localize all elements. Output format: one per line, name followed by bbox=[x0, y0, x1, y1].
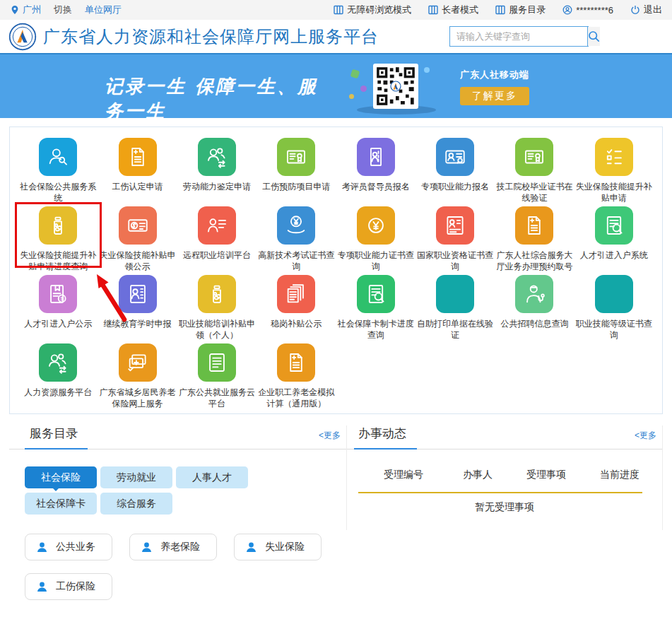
decor-shape bbox=[350, 69, 360, 79]
unit-portal-link[interactable]: 单位网厅 bbox=[85, 4, 122, 16]
bottle-icon[interactable] bbox=[198, 275, 236, 313]
doc-dollar-icon[interactable] bbox=[39, 275, 77, 313]
activity-more-link[interactable]: <更多 bbox=[635, 430, 656, 442]
user-account[interactable]: *********6 bbox=[562, 5, 613, 16]
col-applicant: 办事人 bbox=[463, 469, 493, 481]
grid-item-hightech-exam-certificate-query[interactable]: 高新技术考试证书查询 bbox=[257, 206, 336, 275]
grid-item-continuing-education-hours[interactable]: 继续教育学时申报 bbox=[98, 275, 177, 343]
unemployment-insurance-button[interactable]: 失业保险 bbox=[234, 534, 322, 560]
yen-circle-icon[interactable] bbox=[357, 206, 395, 245]
grid-item-public-recruitment-query[interactable]: 公共招聘信息查询 bbox=[495, 275, 574, 343]
certificate-badge-icon[interactable] bbox=[515, 138, 553, 176]
grid-item-remote-training-platform[interactable]: 远程职业培训平台 bbox=[177, 206, 257, 275]
person-icon bbox=[36, 541, 48, 553]
service-catalog-section: 服务目录 <更多 社会保险 劳动就业 人事人才 社会保障卡 综合服务 公共业务 … bbox=[9, 425, 346, 600]
grid-item-label: 广东省城乡居民养老保险网上服务 bbox=[98, 387, 177, 409]
elder-mode-link[interactable]: 长者模式 bbox=[428, 4, 478, 16]
tab-labor-employment[interactable]: 劳动就业 bbox=[100, 466, 172, 488]
doc-search-at-icon[interactable] bbox=[595, 275, 633, 313]
tab-personnel-talent[interactable]: 人事人才 bbox=[176, 466, 248, 488]
logout-button[interactable]: 退出 bbox=[630, 4, 662, 16]
doc-search-icon[interactable] bbox=[595, 206, 633, 245]
elder-mode-icon bbox=[428, 5, 438, 15]
grid-item-public-employment-cloud[interactable]: 广东公共就业服务云平台 bbox=[177, 343, 257, 412]
grid-item-talent-introduction-system[interactable]: 人才引进入户系统 bbox=[574, 206, 654, 275]
doc-plus-icon[interactable] bbox=[277, 343, 315, 382]
grid-item-technical-school-diploma-verification[interactable]: 技工院校毕业证书在线验证 bbox=[495, 138, 574, 206]
grid-item-label: 广东公共就业服务云平台 bbox=[177, 387, 257, 409]
doc-plus-icon[interactable] bbox=[515, 206, 553, 245]
grid-item-national-vocational-certificate-query[interactable]: 国家职业资格证书查询 bbox=[415, 206, 495, 275]
grid-item-label: 社会保险公共服务系统 bbox=[18, 181, 98, 204]
tab-social-insurance[interactable]: 社会保险 bbox=[25, 466, 97, 488]
certificate-list-icon[interactable] bbox=[436, 206, 474, 245]
docs-stack-icon[interactable] bbox=[277, 275, 315, 313]
grid-item-label: 失业保险技能提升补贴申请进度查询 bbox=[18, 249, 98, 272]
grid-item-label: 职业技能等级证书查询 bbox=[574, 318, 654, 341]
person-search-icon[interactable] bbox=[39, 138, 77, 176]
grid-item-label: 考评员督导员报名 bbox=[342, 181, 410, 192]
grid-item-pension-simulation-calculator[interactable]: 企业职工养老金模拟计算（通用版） bbox=[257, 343, 336, 412]
grid-item-self-print-verification[interactable]: 自助打印单据在线验证 bbox=[415, 275, 495, 343]
grid-item-social-card-progress-query[interactable]: 社会保障卡制卡进度查询 bbox=[336, 275, 415, 343]
decor-shape bbox=[424, 67, 430, 73]
grid-item-label: 继续教育学时申报 bbox=[104, 318, 172, 329]
switch-city-link[interactable]: 切换 bbox=[54, 4, 72, 16]
service-directory-link[interactable]: 服务目录 bbox=[495, 4, 546, 16]
people-arrows-icon[interactable] bbox=[198, 138, 236, 176]
grid-item-skill-level-certificate-query[interactable]: 职业技能等级证书查询 bbox=[574, 275, 654, 343]
grid-item-rural-pension-online-service[interactable]: 广东省城乡居民养老保险网上服务 bbox=[98, 343, 177, 412]
certificate-badge-icon[interactable] bbox=[277, 138, 315, 176]
tab-social-security-card[interactable]: 社会保障卡 bbox=[25, 493, 97, 515]
person-door-icon[interactable] bbox=[357, 138, 395, 176]
people-arrows-icon[interactable] bbox=[39, 343, 77, 382]
grid-item-social-insurance-public-service[interactable]: 社会保险公共服务系统 bbox=[18, 138, 98, 206]
col-matter: 受理事项 bbox=[526, 469, 566, 481]
grid-item-special-vocational-certificate-query[interactable]: 专项职业能力证书查询 bbox=[336, 206, 415, 275]
work-injury-insurance-button[interactable]: 工伤保险 bbox=[25, 573, 112, 600]
grid-item-job-stabilization-subsidy-publicity[interactable]: 稳岗补贴公示 bbox=[257, 275, 336, 343]
yen-hand-icon[interactable] bbox=[277, 206, 315, 245]
grid-item-unemployment-subsidy-publicity[interactable]: 失业保险技能补贴申领公示 bbox=[98, 206, 177, 275]
grid-item-service-hall-appointment[interactable]: 广东人社综合服务大厅业务办理预约取号 bbox=[495, 206, 574, 275]
site-header: 广东省人力资源和社会保障厅网上服务平台 bbox=[0, 20, 672, 53]
id-card-icon[interactable] bbox=[436, 138, 474, 176]
grid-item-labor-capacity-appraisal[interactable]: 劳动能力鉴定申请 bbox=[177, 138, 257, 206]
catalog-tabs: 社会保险 劳动就业 人事人才 社会保障卡 综合服务 bbox=[25, 466, 286, 515]
person-medic-icon[interactable] bbox=[515, 275, 553, 313]
doc-search-at-icon[interactable] bbox=[436, 275, 474, 313]
doc-person-icon[interactable] bbox=[119, 275, 157, 313]
card-check-icon[interactable] bbox=[119, 343, 157, 382]
grid-item-label: 专项职业能力报名 bbox=[421, 181, 489, 192]
grid-item-injury-prevention-project[interactable]: 工伤预防项目申请 bbox=[257, 138, 336, 206]
location-pin-icon bbox=[10, 5, 20, 15]
checklist-icon[interactable] bbox=[595, 138, 633, 176]
grid-item-hr-service-platform[interactable]: 人力资源服务平台 bbox=[18, 343, 98, 412]
service-catalog-more-link[interactable]: <更多 bbox=[319, 430, 341, 442]
grid-item-special-vocational-registration[interactable]: 专项职业能力报名 bbox=[415, 138, 495, 206]
accessibility-mode-link[interactable]: 无障碍浏览模式 bbox=[334, 4, 411, 16]
grid-item-examiner-registration[interactable]: 考评员督导员报名 bbox=[336, 138, 415, 206]
doc-plus-icon[interactable] bbox=[119, 138, 157, 176]
pension-insurance-button[interactable]: 养老保险 bbox=[129, 534, 217, 560]
bottle-icon[interactable] bbox=[39, 206, 77, 245]
social-card-icon[interactable] bbox=[119, 206, 157, 245]
learn-more-button[interactable]: 了解更多 bbox=[460, 87, 529, 105]
public-business-button[interactable]: 公共业务 bbox=[25, 534, 112, 560]
tab-comprehensive-service[interactable]: 综合服务 bbox=[100, 493, 172, 515]
person-icon bbox=[36, 581, 48, 593]
grid-item-unemployment-skill-subsidy-application[interactable]: 失业保险技能提升补贴申请 bbox=[574, 138, 654, 206]
grid-item-talent-introduction-publicity[interactable]: 人才引进入户公示 bbox=[18, 275, 98, 343]
person-list-icon[interactable] bbox=[198, 206, 236, 245]
service-catalog-title: 服务目录 bbox=[30, 425, 78, 442]
title-underline bbox=[25, 448, 88, 449]
doc-lines-icon[interactable] bbox=[198, 343, 236, 382]
grid-item-label: 远程职业培训平台 bbox=[183, 249, 251, 261]
grid-item-label: 人才引进入户系统 bbox=[580, 249, 648, 261]
search-button[interactable] bbox=[587, 27, 600, 46]
search-input[interactable] bbox=[450, 27, 587, 46]
grid-item-unemployment-subsidy-progress-query[interactable]: 失业保险技能提升补贴申请进度查询 bbox=[18, 206, 98, 275]
doc-search-icon[interactable] bbox=[357, 275, 395, 313]
grid-item-work-injury-application[interactable]: 工伤认定申请 bbox=[98, 138, 177, 206]
grid-item-skill-training-subsidy-personal[interactable]: 职业技能培训补贴申领（个人） bbox=[177, 275, 257, 343]
